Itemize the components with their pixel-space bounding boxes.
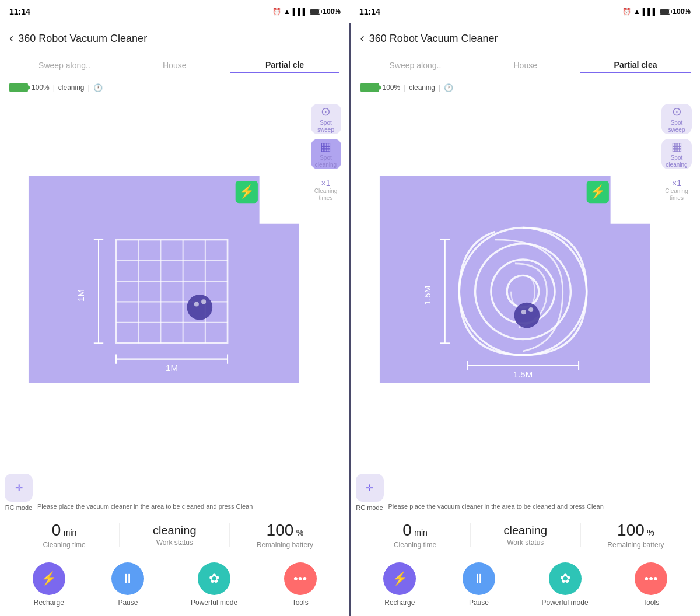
pause-icon-left: ⏸ xyxy=(121,571,134,586)
pause-action-right[interactable]: ⏸ Pause xyxy=(463,562,495,607)
side-controls-right: ⊙ Spotsweep ▦ Spotcleaning ×1 Cleaningti… xyxy=(658,98,695,469)
spot-cleaning-icon-right: ▦ xyxy=(671,139,682,153)
map-container-left: ⚡ 1M 1M xyxy=(0,96,349,471)
dpad-icon-right: ✛ xyxy=(366,482,373,494)
rc-button-right[interactable]: ✛ xyxy=(356,474,384,502)
recharge-action-right[interactable]: ⚡ Recharge xyxy=(383,562,416,607)
tools-btn-right[interactable]: ••• xyxy=(635,562,667,595)
dpad-icon-left: ✛ xyxy=(15,482,23,494)
battery-indicator-right xyxy=(360,83,379,92)
powerful-mode-label-right: Powerful mode xyxy=(542,598,589,607)
map-area-right[interactable]: ⚡ 1.5M 1.5M xyxy=(356,98,659,469)
battery-row-right: 100% | cleaning | 🕐 xyxy=(351,79,701,96)
tab-sweep-along-right[interactable]: Sweep along.. xyxy=(360,61,471,72)
back-button-right[interactable]: ‹ xyxy=(360,31,365,46)
recharge-label-left: Recharge xyxy=(34,598,64,607)
status-bar: 11:14 ⏰ ▲ ▌▌▌ 100% 11:14 ⏰ ▲ ▌▌▌ 100% xyxy=(0,0,700,23)
tab-partial-clean-right[interactable]: Partial clea xyxy=(580,60,691,73)
tab-house-left[interactable]: House xyxy=(120,61,230,72)
recharge-label-right: Recharge xyxy=(384,598,415,607)
recharge-action-left[interactable]: ⚡ Recharge xyxy=(33,562,65,607)
fan-icon-left: ✿ xyxy=(209,571,219,586)
back-button-left[interactable]: ‹ xyxy=(9,31,13,46)
header-right: ‹ 360 Robot Vacuum Cleaner xyxy=(351,23,701,54)
clock-icon-right: 🕐 xyxy=(444,83,453,92)
powerful-mode-btn-left[interactable]: ✿ xyxy=(198,562,230,595)
status-icons-right: ⏰ ▲ ▌▌▌ 100% xyxy=(622,8,691,16)
cleaning-time-value-right: 0 xyxy=(402,521,412,539)
instruction-text-right: Please place the vacuum cleaner in the a… xyxy=(388,502,696,511)
pause-btn-left[interactable]: ⏸ xyxy=(111,562,144,595)
stat-work-status-left: cleaning Work status xyxy=(120,524,229,547)
times-control-right[interactable]: ×1 Cleaningtimes xyxy=(665,178,688,202)
powerful-mode-action-left[interactable]: ✿ Powerful mode xyxy=(191,562,237,607)
status-text-left: cleaning xyxy=(58,83,85,92)
svg-point-22 xyxy=(201,299,206,304)
cleaning-time-value-left: 0 xyxy=(52,521,61,539)
pause-btn-right[interactable]: ⏸ xyxy=(463,562,495,595)
cleaning-times-value-left: ×1 xyxy=(321,178,331,188)
spot-sweep-btn-left[interactable]: ⊙ Spotsweep xyxy=(311,104,341,134)
powerful-mode-btn-right[interactable]: ✿ xyxy=(549,562,582,595)
cleaning-times-value-right: ×1 xyxy=(672,178,681,188)
tools-btn-left[interactable]: ••• xyxy=(284,562,317,595)
tools-action-right[interactable]: ••• Tools xyxy=(635,562,667,607)
stats-row-right: 0 min Cleaning time cleaning Work status… xyxy=(351,514,701,555)
times-control-left[interactable]: ×1 Cleaningtimes xyxy=(314,178,337,202)
status-bar-right: 11:14 ⏰ ▲ ▌▌▌ 100% xyxy=(350,0,700,23)
spot-sweep-icon-right: ⊙ xyxy=(672,104,682,118)
work-status-label-right: Work status xyxy=(507,538,544,547)
time-left: 11:14 xyxy=(9,7,30,16)
instruction-text-left: Please place the vacuum cleaner in the a… xyxy=(37,502,345,511)
screen-left: ‹ 360 Robot Vacuum Cleaner Sweep along..… xyxy=(0,23,349,616)
tab-house-right[interactable]: House xyxy=(470,61,580,72)
action-row-right: ⚡ Recharge ⏸ Pause ✿ Powerful mode ••• xyxy=(351,555,701,616)
battery-label-left: Remaining battery xyxy=(257,541,313,549)
work-status-value-right: cleaning xyxy=(504,524,548,537)
screen-right: ‹ 360 Robot Vacuum Cleaner Sweep along..… xyxy=(351,23,701,616)
time-right: 11:14 xyxy=(359,7,380,16)
signal-icon-r: ▌▌▌ xyxy=(643,8,658,16)
stat-cleaning-time-left: 0 min Cleaning time xyxy=(9,521,119,549)
battery-label-right: Remaining battery xyxy=(607,541,664,549)
status-bar-left: 11:14 ⏰ ▲ ▌▌▌ 100% xyxy=(0,0,350,23)
bottom-map-row-right: ✛ RC mode Please place the vacuum cleane… xyxy=(351,471,701,514)
powerful-mode-action-right[interactable]: ✿ Powerful mode xyxy=(542,562,589,607)
recharge-btn-right[interactable]: ⚡ xyxy=(383,562,416,595)
tools-action-left[interactable]: ••• Tools xyxy=(284,562,317,607)
recharge-icon-right: ⚡ xyxy=(392,571,408,586)
stat-work-status-right: cleaning Work status xyxy=(471,524,580,547)
cleaning-times-label-left: Cleaningtimes xyxy=(314,188,337,202)
stat-battery-left: 100 % Remaining battery xyxy=(230,521,340,549)
map-svg-left: ⚡ 1M 1M xyxy=(5,98,307,469)
rc-label-left: RC mode xyxy=(5,504,32,511)
action-row-left: ⚡ Recharge ⏸ Pause ✿ Powerful mode ••• xyxy=(0,555,349,616)
spot-sweep-btn-right[interactable]: ⊙ Spotsweep xyxy=(662,104,692,134)
svg-text:1.5M: 1.5M xyxy=(422,286,432,305)
fan-icon-right: ✿ xyxy=(560,571,570,586)
battery-percent-left: 100% xyxy=(323,8,341,16)
svg-text:⚡: ⚡ xyxy=(590,184,606,200)
spot-cleaning-btn-right[interactable]: ▦ Spotcleaning xyxy=(662,139,692,169)
svg-point-20 xyxy=(187,295,212,320)
spot-sweep-label-right: Spotsweep xyxy=(668,120,685,134)
cleaning-time-label-right: Cleaning time xyxy=(394,541,436,549)
rc-label-right: RC mode xyxy=(356,504,383,511)
tools-label-left: Tools xyxy=(292,598,309,607)
header-left: ‹ 360 Robot Vacuum Cleaner xyxy=(0,23,349,54)
page-title-right: 360 Robot Vacuum Cleaner xyxy=(369,33,498,45)
pause-action-left[interactable]: ⏸ Pause xyxy=(111,562,144,607)
rc-button-left[interactable]: ✛ xyxy=(5,474,33,502)
map-area-left[interactable]: ⚡ 1M 1M xyxy=(5,98,307,469)
tab-sweep-along-left[interactable]: Sweep along.. xyxy=(9,61,120,72)
tab-partial-clean-left[interactable]: Partial cle xyxy=(230,60,340,73)
spot-cleaning-label-right: Spotcleaning xyxy=(666,155,687,169)
spot-cleaning-btn-left[interactable]: ▦ Spotcleaning xyxy=(311,139,341,169)
map-svg-right: ⚡ 1.5M 1.5M xyxy=(356,98,659,469)
svg-point-34 xyxy=(514,303,540,328)
recharge-btn-left[interactable]: ⚡ xyxy=(33,562,65,595)
battery-percent-right: 100% xyxy=(673,8,691,16)
wifi-icon-r: ▲ xyxy=(634,8,640,16)
svg-text:1M: 1M xyxy=(76,289,86,302)
recharge-icon-left: ⚡ xyxy=(41,571,57,586)
